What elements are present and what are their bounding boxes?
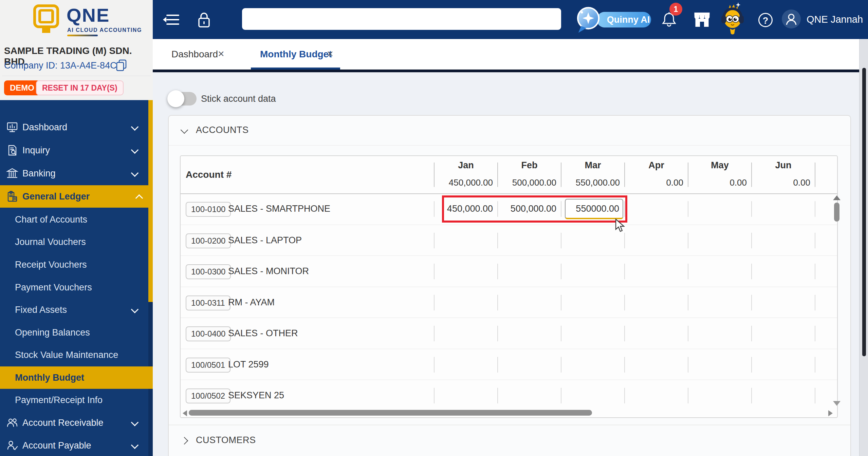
account-code-chip: 100/0501 — [186, 358, 230, 373]
chevron-up-icon — [135, 194, 143, 202]
chevron-down-icon — [131, 146, 139, 154]
sidebar-item-dashboard[interactable]: Dashboard — [0, 116, 148, 138]
month-total: 0.00 — [793, 177, 810, 188]
sidebar-item-inquiry[interactable]: Inquiry — [0, 139, 148, 162]
sidebar-item-account-receivable[interactable]: Account Receivable — [0, 412, 148, 434]
table-row[interactable]: 100-0400 SALES - OTHER — [181, 318, 837, 348]
banking-icon — [6, 167, 18, 182]
sidebar-item-account-payable[interactable]: Account Payable — [0, 434, 148, 456]
sidebar-item-general-ledger[interactable]: General Ledger — [0, 185, 153, 208]
sidebar-item-monthly-budget[interactable]: Monthly Budget — [0, 366, 153, 389]
chevron-down-icon — [131, 441, 139, 449]
user-avatar-icon[interactable] — [782, 10, 801, 28]
account-receivable-icon — [6, 417, 18, 431]
section-header-customers[interactable]: CUSTOMERS — [169, 425, 850, 455]
account-name: LOT 2599 — [228, 349, 269, 380]
sidebar-item-banking[interactable]: Banking — [0, 162, 148, 185]
collapse-menu-icon[interactable] — [162, 13, 181, 26]
account-code-chip: 100-0100 — [186, 202, 231, 217]
tab-dashboard-close-icon[interactable]: × — [218, 39, 224, 70]
budget-grid: Account # Jan 450,000.00 Feb 500,000.00 … — [180, 155, 838, 418]
column-header-mar[interactable]: Mar 550,000.00 — [561, 156, 625, 193]
help-glyph: ? — [763, 16, 769, 26]
sidebar-item-payment-receipt-info[interactable]: Payment/Receipt Info — [0, 389, 148, 411]
month-label: May — [688, 160, 752, 171]
account-name: SALES - LAPTOP — [228, 225, 302, 256]
company-panel: QNE AI CLOUD ACCOUNTING SAMPLE TRADING (… — [0, 0, 153, 100]
sidebar-item-label: Monthly Budget — [15, 366, 84, 389]
row-column-separators — [434, 326, 816, 341]
notification-badge[interactable]: 1 — [669, 3, 682, 16]
row-column-separators — [434, 233, 816, 248]
sidebar-item-opening-balances[interactable]: Opening Balances — [0, 321, 148, 344]
account-payable-icon — [6, 439, 18, 454]
sidebar-item-label: Receipt Vouchers — [15, 253, 87, 276]
copy-icon[interactable] — [115, 59, 128, 72]
store-icon[interactable] — [693, 11, 711, 28]
mascot-icon[interactable] — [720, 2, 745, 36]
page-scrollbar-thumb[interactable] — [862, 68, 866, 356]
row-column-separators — [434, 295, 816, 310]
user-name[interactable]: QNE Jannah — [807, 0, 863, 39]
budget-cell-feb[interactable]: 500,000.00 — [498, 193, 561, 224]
table-row[interactable]: 100/0502 SEKSYEN 25 — [181, 380, 837, 411]
section-header-accounts[interactable]: ACCOUNTS — [169, 115, 850, 145]
lock-icon[interactable] — [196, 11, 212, 28]
column-header-apr[interactable]: Apr 0.00 — [625, 156, 688, 193]
qne-logo-stem — [42, 28, 50, 33]
sidebar-item-stock-value-maintenance[interactable]: Stock Value Maintenance — [0, 344, 148, 366]
chevron-down-icon — [131, 419, 139, 426]
sidebar-scrollbar-thumb[interactable] — [148, 100, 153, 302]
general-ledger-icon — [6, 190, 18, 205]
row-column-separators — [434, 388, 816, 403]
quinny-ai-pill[interactable]: Quinny AI — [597, 12, 651, 27]
help-icon[interactable]: ? — [758, 13, 773, 27]
budget-cell-jan[interactable]: 450,000.00 — [434, 193, 498, 224]
account-name: SALES - OTHER — [228, 318, 298, 349]
chevron-down-icon — [131, 306, 139, 314]
month-label: Feb — [498, 160, 561, 171]
month-label: Apr — [625, 160, 688, 171]
quinny-ai-button[interactable]: Quinny AI — [574, 5, 655, 35]
toggle-knob — [167, 90, 184, 107]
table-row[interactable]: 100-0300 SALES - MONITOR — [181, 255, 837, 286]
tab-monthly-budget[interactable]: Monthly Budget — [260, 39, 332, 70]
sidebar-item-label: Account Receivable — [22, 412, 104, 434]
column-header-feb[interactable]: Feb 500,000.00 — [498, 156, 561, 193]
table-row[interactable]: 100-0200 SALES - LAPTOP — [181, 225, 837, 255]
sidebar-item-label: General Ledger — [22, 185, 90, 208]
search-input[interactable] — [242, 8, 561, 30]
sidebar-item-fixed-assets[interactable]: Fixed Assets — [0, 299, 148, 321]
quinny-ai-label: Quinny AI — [597, 12, 651, 27]
grid-vertical-scrollbar-thumb[interactable] — [834, 203, 839, 222]
company-id[interactable]: Company ID: 13A-A4E-84C — [4, 60, 117, 71]
sidebar-item-chart-of-accounts[interactable]: Chart of Accounts — [0, 208, 148, 231]
grid-scroll-up-arrow[interactable] — [833, 195, 841, 200]
account-name: SALES - SMARTPHONE — [228, 193, 330, 224]
account-code-chip: 100-0311 — [186, 296, 230, 310]
tab-monthly-budget-close-icon[interactable]: × — [327, 39, 333, 70]
sidebar-item-payment-vouchers[interactable]: Payment Vouchers — [0, 276, 148, 299]
sidebar-item-receipt-vouchers[interactable]: Receipt Vouchers — [0, 253, 148, 276]
demo-badge: DEMO — [4, 80, 40, 95]
sidebar-item-label: Account Payable — [22, 434, 91, 456]
tab-dashboard[interactable]: Dashboard — [171, 39, 218, 70]
chevron-down-icon — [131, 123, 139, 131]
sidebar-item-journal-vouchers[interactable]: Journal Vouchers — [0, 231, 148, 253]
column-header-jun[interactable]: Jun 0.00 — [752, 156, 815, 193]
column-header-may[interactable]: May 0.00 — [688, 156, 752, 193]
grid-horizontal-scrollbar-thumb[interactable] — [189, 410, 592, 416]
grid-scroll-left-arrow[interactable] — [183, 410, 187, 416]
budget-cell-input-mar[interactable] — [565, 199, 623, 219]
account-code-chip: 100-0400 — [186, 326, 231, 341]
global-search — [242, 8, 561, 30]
table-row[interactable]: 100/0501 LOT 2599 — [181, 349, 837, 380]
table-row[interactable]: 100-0311 RM - AYAM — [181, 287, 837, 318]
account-column-header[interactable]: Account # — [186, 156, 232, 193]
stick-account-data-toggle[interactable] — [169, 92, 197, 106]
table-row[interactable]: 100-0100 SALES - SMARTPHONE 450,000.00 5… — [181, 193, 837, 224]
row-column-separators — [434, 264, 816, 279]
column-header-jan[interactable]: Jan 450,000.00 — [434, 156, 498, 193]
grid-scroll-down-arrow[interactable] — [833, 401, 841, 406]
grid-scroll-right-arrow[interactable] — [828, 410, 833, 416]
